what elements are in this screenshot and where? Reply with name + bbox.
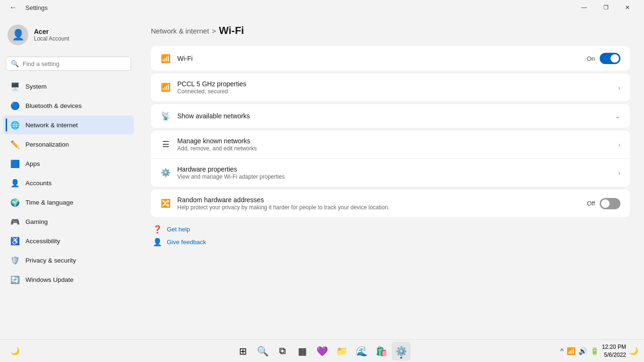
content-area: Network & internet > Wi-Fi 📶 Wi-Fi On 📶 [137, 15, 644, 339]
manage-hardware-card: ☰ Manage known networks Add, remove, and… [151, 131, 630, 187]
maximize-button[interactable]: ❐ [595, 0, 617, 15]
sidebar-item-time[interactable]: 🌍 Time & language [3, 193, 134, 212]
close-button[interactable]: ✕ [617, 0, 638, 15]
wifi-toggle-row[interactable]: 📶 Wi-Fi On [151, 46, 630, 71]
accounts-nav-label: Accounts [25, 180, 52, 187]
manage-networks-chevron-icon: › [618, 141, 620, 148]
pccl-chevron-icon: › [618, 84, 620, 91]
sidebar-item-bluetooth[interactable]: 🔵 Bluetooth & devices [3, 96, 134, 115]
available-networks-content: Show available networks [177, 112, 608, 120]
back-button[interactable]: ← [6, 1, 21, 14]
accessibility-nav-label: Accessibility [25, 238, 60, 245]
wifi-toggle[interactable] [600, 53, 620, 64]
sidebar: 👤 Acer Local Account 🔍 🖥️ System 🔵 Bluet… [0, 15, 137, 339]
pccl-network-row[interactable]: 📶 PCCL 5 GHz properties Connected, secur… [151, 74, 630, 101]
manage-networks-subtitle: Add, remove, and edit networks [177, 145, 611, 152]
available-networks-row[interactable]: 📡 Show available networks ⌄ [151, 104, 630, 128]
random-hw-toggle-text: Off [587, 200, 595, 207]
taskbar-edge-icon[interactable]: 🌊 [352, 342, 371, 361]
random-hw-icon: 🔀 [160, 198, 171, 209]
system-clock[interactable]: 12:20 PM 5/6/2022 [602, 343, 626, 359]
sidebar-item-personalization[interactable]: ✏️ Personalization [3, 135, 134, 154]
clock-time: 12:20 PM [602, 343, 626, 351]
tray-volume-icon[interactable]: 🔊 [578, 347, 587, 355]
sidebar-item-privacy[interactable]: 🛡️ Privacy & security [3, 251, 134, 270]
accessibility-nav-icon: ♿ [10, 236, 20, 246]
footer-links: ❓ Get help 👤 Give feedback [151, 225, 630, 247]
bluetooth-nav-icon: 🔵 [10, 101, 20, 110]
account-type: Local Account [34, 35, 69, 42]
search-input[interactable] [23, 60, 126, 67]
minimize-button[interactable]: — [573, 0, 595, 15]
network-nav-label: Network & internet [25, 122, 78, 129]
connected-network-icon: 📶 [160, 82, 171, 93]
connected-network-card: 📶 PCCL 5 GHz properties Connected, secur… [151, 74, 630, 101]
breadcrumb-separator: > [212, 27, 216, 35]
wifi-toggle-right: On [587, 53, 620, 64]
sidebar-item-network[interactable]: 🌐 Network & internet [3, 115, 134, 134]
title-bar-controls: — ❐ ✕ [573, 0, 638, 15]
taskbar-start-icon[interactable]: ⊞ [233, 342, 252, 361]
give-feedback-link[interactable]: 👤 Give feedback [153, 238, 630, 247]
hardware-properties-right: › [618, 169, 620, 177]
manage-networks-content: Manage known networks Add, remove, and e… [177, 137, 611, 152]
time-nav-icon: 🌍 [10, 197, 20, 207]
manage-networks-icon: ☰ [160, 140, 171, 150]
breadcrumb[interactable]: Network & internet [151, 27, 209, 35]
tray-wifi-icon[interactable]: 📶 [567, 347, 576, 355]
taskbar-store-icon[interactable]: 🛍️ [372, 342, 391, 361]
system-tray: ^ 📶 🔊 🔋 [561, 347, 599, 355]
hardware-properties-icon: ⚙️ [160, 168, 171, 178]
sidebar-item-update[interactable]: 🔄 Windows Update [3, 270, 134, 289]
bluetooth-nav-label: Bluetooth & devices [25, 102, 82, 109]
random-hw-toggle[interactable] [600, 198, 620, 209]
manage-networks-row[interactable]: ☰ Manage known networks Add, remove, and… [151, 131, 630, 159]
taskbar-teams-icon[interactable]: 💜 [313, 342, 331, 361]
apps-nav-icon: 🟦 [10, 159, 20, 168]
nav-container: 🖥️ System 🔵 Bluetooth & devices 🌐 Networ… [0, 76, 137, 289]
wifi-label: Wi-Fi [177, 55, 580, 62]
taskbar-widgets-icon[interactable]: ▦ [293, 342, 312, 361]
get-help-icon: ❓ [153, 225, 162, 234]
get-help-label: Get help [167, 226, 190, 233]
available-networks-right: ⌄ [615, 112, 620, 120]
page-header: Network & internet > Wi-Fi [151, 25, 630, 37]
user-profile[interactable]: 👤 Acer Local Account [0, 19, 137, 51]
sidebar-item-gaming[interactable]: 🎮 Gaming [3, 212, 134, 231]
taskbar-search-icon[interactable]: 🔍 [253, 342, 272, 361]
gaming-nav-icon: 🎮 [10, 217, 20, 226]
random-hw-row[interactable]: 🔀 Random hardware addresses Help protect… [151, 189, 630, 217]
available-networks-chevron-down-icon: ⌄ [615, 112, 620, 120]
hardware-properties-chevron-icon: › [618, 169, 620, 177]
hardware-properties-row[interactable]: ⚙️ Hardware properties View and manage W… [151, 159, 630, 187]
sidebar-item-accounts[interactable]: 👤 Accounts [3, 173, 134, 192]
taskbar-settings_app-icon[interactable]: ⚙️ [392, 342, 411, 361]
notification-icon[interactable]: 🌙 [629, 346, 638, 355]
taskbar-taskview-icon[interactable]: ⧉ [273, 342, 292, 361]
update-nav-label: Windows Update [25, 276, 74, 283]
sidebar-item-apps[interactable]: 🟦 Apps [3, 154, 134, 173]
privacy-nav-label: Privacy & security [25, 257, 76, 264]
search-icon: 🔍 [11, 60, 19, 67]
gaming-nav-label: Gaming [25, 218, 48, 225]
manage-networks-right: › [618, 141, 620, 148]
personalization-nav-icon: ✏️ [10, 140, 20, 149]
avatar: 👤 [8, 25, 28, 45]
taskbar-files-icon[interactable]: 📁 [332, 342, 351, 361]
time-nav-label: Time & language [25, 199, 74, 206]
system-nav-icon: 🖥️ [10, 82, 20, 91]
taskbar-notification-icon[interactable]: 🌙 [6, 342, 25, 361]
title-bar-left: ← Settings [6, 1, 48, 14]
get-help-link[interactable]: ❓ Get help [153, 225, 630, 234]
available-networks-icon: 📡 [160, 111, 171, 121]
taskbar-center: ⊞🔍⧉▦💜📁🌊🛍️⚙️ [233, 342, 411, 361]
pccl-label: PCCL 5 GHz properties [177, 80, 611, 88]
sidebar-item-system[interactable]: 🖥️ System [3, 77, 134, 96]
tray-chevron-icon[interactable]: ^ [561, 347, 564, 355]
sidebar-item-accessibility[interactable]: ♿ Accessibility [3, 231, 134, 250]
pccl-right: › [618, 84, 620, 91]
pccl-subtitle: Connected, secured [177, 88, 611, 95]
user-info: Acer Local Account [34, 28, 69, 42]
tray-battery-icon[interactable]: 🔋 [590, 347, 599, 355]
search-box[interactable]: 🔍 [6, 57, 131, 71]
